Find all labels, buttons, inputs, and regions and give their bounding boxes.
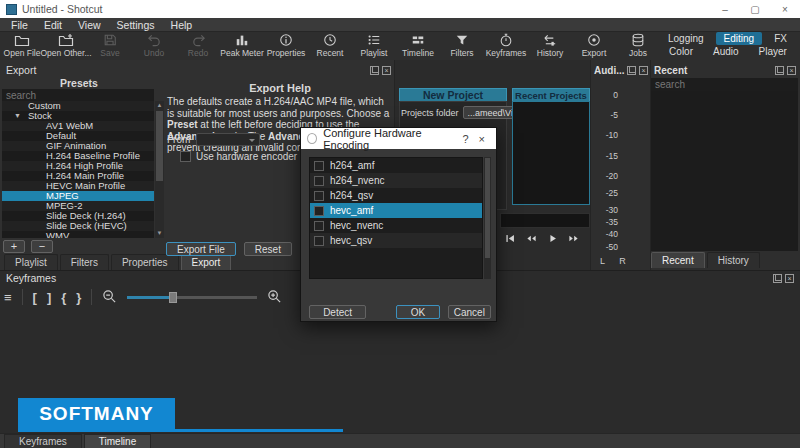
jobs-button[interactable]: Jobs [616,32,660,60]
mode-logging[interactable]: Logging [660,32,712,45]
menu-view[interactable]: View [71,19,108,31]
presets-scrollbar[interactable]: ▲ ▼ [155,101,164,238]
tab-playlist[interactable]: Playlist [4,254,58,270]
timeline-button[interactable]: Timeline [396,32,440,60]
configure-hardware-encoding-dialog: Configure Hardware Encoding ? × h264_amf… [300,127,497,322]
scroll-down-icon[interactable]: ▼ [155,229,164,238]
menu-help[interactable]: Help [164,19,200,31]
encoder-checkbox[interactable] [314,191,324,201]
maximize-button[interactable]: ▢ [740,0,770,18]
tab-recent[interactable]: Recent [651,252,705,268]
detect-button[interactable]: Detect [309,305,366,319]
playlist-button[interactable]: Playlist [352,32,396,60]
mode-fx[interactable]: FX [766,32,795,45]
skip-start-icon[interactable] [505,233,516,246]
dialog-help-button[interactable]: ? [457,133,473,145]
close-panel-icon[interactable]: × [639,66,648,75]
open-other-button[interactable]: Open Other... [44,32,88,60]
export-button[interactable]: Export [572,32,616,60]
tab-properties[interactable]: Properties [111,254,179,270]
keyframes-button[interactable]: Keyframes [484,32,528,60]
export-file-button[interactable]: Export File [166,242,236,256]
peak-meter-button[interactable]: Peak Meter [220,32,264,60]
encoder-checkbox[interactable] [314,206,324,216]
encoder-row[interactable]: h264_amf [310,158,482,173]
set-filter-end-icon[interactable]: ] [47,290,51,305]
scroll-thumb[interactable] [156,111,163,181]
dialog-close-button[interactable]: × [474,133,490,145]
set-filter-start-icon[interactable]: [ [33,290,37,305]
play-icon[interactable] [547,233,558,246]
recent-button[interactable]: Recent [308,32,352,60]
add-preset-button[interactable]: + [3,240,25,253]
recent-search-input[interactable] [651,78,798,92]
ok-button[interactable]: OK [396,305,439,319]
scroll-up-icon[interactable]: ▲ [155,101,164,110]
open-file-button[interactable]: Open File [0,32,44,60]
preset-item[interactable]: WMV [2,231,154,238]
set-first-simple-keyframe-icon[interactable]: { [61,290,66,305]
tab-history[interactable]: History [707,252,760,268]
menu-file[interactable]: File [4,19,35,31]
preset-item[interactable]: AV1 WebM [2,121,154,131]
encoder-checkbox[interactable] [314,161,324,171]
menu-edit[interactable]: Edit [37,19,69,31]
encoder-row[interactable]: hevc_nvenc [310,218,482,233]
clock-icon [323,33,337,47]
mode-editing[interactable]: Editing [716,32,763,45]
history-button[interactable]: History [528,32,572,60]
preset-item[interactable]: Slide Deck (HEVC) [2,221,154,231]
float-panel-icon[interactable] [370,66,379,75]
mode-audio[interactable]: Audio [705,45,747,58]
tab-timeline[interactable]: Timeline [84,434,151,448]
minimize-button[interactable]: – [710,0,740,18]
remove-preset-button[interactable]: − [31,240,53,253]
cancel-button[interactable]: Cancel [448,305,491,319]
preset-item[interactable]: Custom [2,101,154,111]
recent-projects-list[interactable] [512,101,590,205]
dialog-scrollbar[interactable] [484,157,491,279]
history-icon [543,33,558,47]
encoder-checkbox[interactable] [314,221,324,231]
chevron-down-icon[interactable]: ▼ [14,111,21,121]
undo-button[interactable]: Undo [132,32,176,60]
close-button[interactable]: × [770,0,800,18]
preset-item[interactable]: ▼Stock [2,111,154,121]
fast-forward-icon[interactable] [567,233,580,246]
zoom-slider-handle[interactable] [169,292,177,303]
float-panel-icon[interactable] [775,66,784,75]
encoder-row[interactable]: h264_qsv [310,188,482,203]
filters-button[interactable]: Filters [440,32,484,60]
zoom-slider[interactable] [127,296,257,299]
redo-button[interactable]: Redo [176,32,220,60]
hw-encoder-checkbox[interactable] [180,151,191,162]
close-panel-icon[interactable]: × [382,66,391,75]
set-second-simple-keyframe-icon[interactable]: } [76,290,81,305]
mode-player[interactable]: Player [751,45,795,58]
save-button[interactable]: Save [88,32,132,60]
close-panel-icon[interactable]: × [787,66,796,75]
reset-button[interactable]: Reset [244,242,292,256]
from-dropdown[interactable] [196,133,260,146]
menu-settings[interactable]: Settings [110,19,162,31]
mode-color[interactable]: Color [661,45,701,58]
encoder-row[interactable]: hevc_qsv [310,233,482,248]
recent-files-list[interactable] [651,91,798,251]
float-panel-icon[interactable] [773,274,782,283]
rewind-icon[interactable] [525,233,538,246]
timecode-field[interactable] [500,213,590,228]
zoom-out-icon[interactable] [102,289,117,306]
encoder-row-selected[interactable]: hevc_amf [310,203,482,218]
tab-export[interactable]: Export [181,254,232,270]
close-panel-icon[interactable]: × [785,274,794,283]
encoder-checkbox[interactable] [314,176,324,186]
encoder-row[interactable]: h264_nvenc [310,173,482,188]
tab-keyframes[interactable]: Keyframes [4,434,82,448]
dialog-titlebar[interactable]: Configure Hardware Encoding ? × [301,128,496,149]
float-panel-icon[interactable] [627,66,636,75]
zoom-in-icon[interactable] [267,289,282,306]
menu-icon[interactable]: ≡ [4,290,12,305]
tab-filters[interactable]: Filters [60,254,109,270]
encoder-checkbox[interactable] [314,236,324,246]
properties-button[interactable]: Properties [264,32,308,60]
